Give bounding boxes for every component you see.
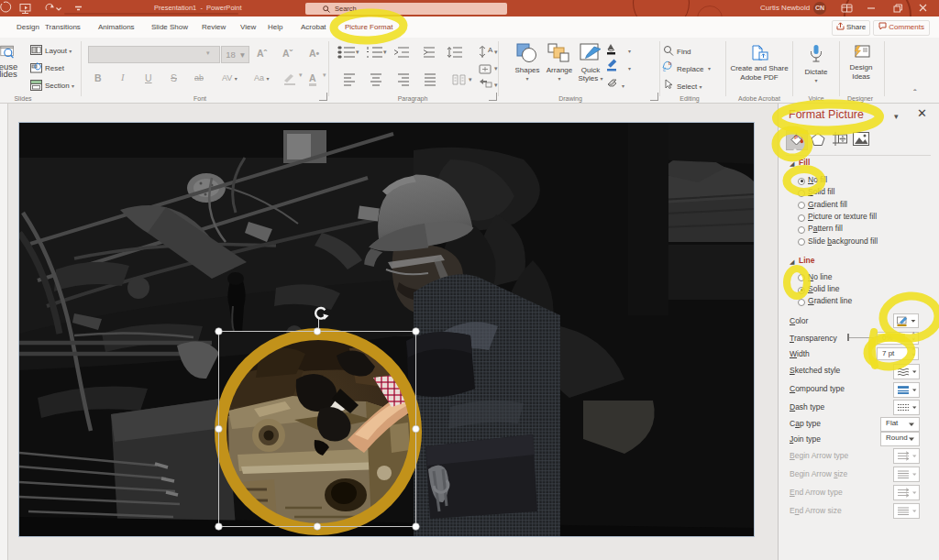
svg-text:P: P <box>794 135 798 140</box>
svg-text:▾: ▾ <box>494 65 498 71</box>
svg-text:c: c <box>663 67 666 72</box>
svg-text:▾: ▾ <box>494 82 498 88</box>
svg-text:A: A <box>488 46 493 54</box>
svg-text:▾: ▾ <box>469 76 472 82</box>
svg-text:▾: ▾ <box>494 49 498 55</box>
svg-text:▾: ▾ <box>356 49 359 55</box>
svg-text:▾: ▾ <box>383 49 387 55</box>
